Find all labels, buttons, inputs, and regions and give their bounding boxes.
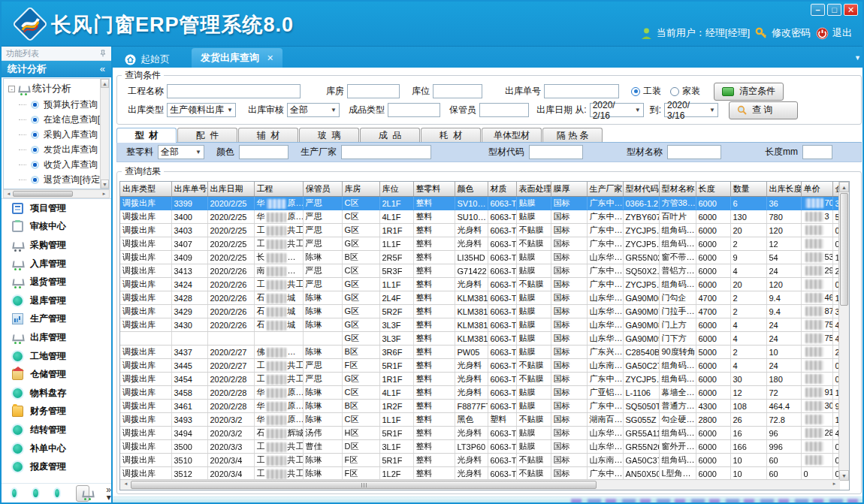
column-header[interactable]: 保管员 — [303, 182, 342, 197]
tree-hscrollbar[interactable]: ◄ ► — [3, 189, 110, 198]
material-tab[interactable]: 辅 材 — [238, 128, 298, 142]
overflow-chevron[interactable]: »▾ — [106, 486, 111, 501]
column-header[interactable]: 型材名称 — [659, 182, 696, 197]
collapse-icon[interactable]: « — [100, 61, 105, 77]
date-from-select[interactable]: 2020/ 2/16▼ — [590, 103, 644, 117]
scroll-down-icon[interactable]: ▼ — [101, 180, 109, 189]
column-header[interactable]: 出库日期 — [207, 182, 254, 197]
tab-shipment-query[interactable]: 发货出库查询 ✕ — [192, 48, 282, 68]
sidebar-module-退货管理[interactable]: 退货管理 — [2, 273, 111, 291]
scroll-right-icon[interactable]: ► — [830, 480, 838, 487]
column-header[interactable]: 材质 — [488, 182, 516, 197]
scroll-right-icon[interactable]: ► — [100, 190, 108, 198]
sidebar-module-补单中心[interactable]: 补单中心 — [2, 439, 111, 458]
name-input[interactable] — [667, 145, 721, 159]
tree-root[interactable]: - 统计分析 — [4, 79, 109, 97]
table-row[interactable]: 调拨出库34092020/2/25长…陈琳B区2R5F整料LI35HD6063-… — [120, 251, 846, 264]
table-row[interactable]: 调拨出库33992020/2/25华原…严思C区2L1F整料SV10…6063-… — [120, 197, 846, 210]
table-row[interactable]: 调拨出库34072020/2/25工共工程严思G区1L1F整料光身料6063-T… — [120, 237, 846, 251]
module-dot-icon[interactable] — [33, 489, 38, 497]
cart-shortcut-button[interactable] — [76, 485, 89, 502]
out-type-select[interactable]: 生产领料出库▼ — [167, 103, 236, 117]
scroll-down-icon[interactable]: ▼ — [839, 470, 849, 481]
clear-conditions-button[interactable]: 清空条件 — [714, 83, 784, 101]
sidebar-module-报废管理[interactable]: 报废管理 — [2, 457, 111, 476]
code-input[interactable] — [529, 145, 583, 159]
material-tab[interactable]: 配 件 — [177, 128, 237, 142]
grid-hscrollbar[interactable]: ◄ ► — [120, 479, 840, 490]
whole-select[interactable]: 全部▼ — [158, 145, 204, 159]
project-name-input[interactable] — [167, 84, 301, 98]
tree-expander-icon[interactable]: - — [8, 86, 15, 92]
tree-item[interactable]: 在途信息查询[待 — [19, 112, 109, 127]
tab-home[interactable]: 起始页 — [117, 50, 177, 68]
table-row[interactable]: 调拨出库34582020/2/28华原…陈琳C区4L1F整料光身料6063-T5… — [120, 386, 846, 400]
scroll-up-icon[interactable]: ▲ — [839, 182, 849, 192]
maximize-button[interactable]: □ — [827, 4, 841, 16]
table-row[interactable]: 调拨出库35002020/3/3工共工程曹佳D区3L1F整料LT3P606063… — [120, 440, 846, 454]
sidebar-module-项目管理[interactable]: 项目管理 — [2, 199, 111, 218]
column-header[interactable]: 出库类型 — [120, 182, 171, 197]
mfr-input[interactable] — [341, 145, 431, 159]
column-header[interactable]: 库位 — [379, 182, 413, 197]
scroll-thumb[interactable] — [840, 193, 848, 306]
column-header[interactable]: 膜厚 — [551, 182, 587, 197]
sidebar-module-工地管理[interactable]: 工地管理 — [2, 347, 111, 366]
sidebar-module-退库管理[interactable]: 退库管理 — [2, 291, 111, 310]
material-tab[interactable]: 玻 璃 — [299, 128, 359, 142]
table-row[interactable]: G区3L3F整料KLM38176063-T5贴膜国标山东华…GA90M09.门下… — [120, 332, 846, 346]
date-to-select[interactable]: 2020/ 3/16▼ — [664, 103, 718, 117]
search-button[interactable]: 查 询 — [729, 101, 798, 119]
radio-gongzhuang[interactable] — [631, 87, 640, 96]
keeper-input[interactable] — [479, 103, 529, 117]
column-header[interactable]: 工程 — [254, 182, 303, 197]
radio-jiazhuang[interactable] — [670, 87, 679, 96]
table-row[interactable]: 调拨出库34372020/2/27佛…陈琳B区3R6F整料PW056063-T5… — [120, 346, 846, 359]
sidebar-module-审核中心[interactable]: 审核中心 — [2, 218, 111, 237]
table-row[interactable]: 调拨出库35122020/3/4工共工程陈琳F区1L2F整料光身料6063-T5… — [120, 467, 846, 481]
table-row[interactable]: 调拨出库34032020/2/25工共工程严思G区1R1F整料光身料6063-T… — [120, 224, 846, 237]
table-row[interactable]: 调拨出库34282020/2/26石城陈琳G区2L4F整料KLM38176063… — [120, 291, 846, 305]
column-header[interactable]: 颜色 — [455, 182, 488, 197]
tree-item[interactable]: 采购入库查询 — [19, 127, 109, 142]
scroll-left-icon[interactable]: ◄ — [5, 190, 13, 198]
column-header[interactable]: 长度 — [696, 182, 730, 197]
table-row[interactable]: 调拨出库34302020/2/26石城陈琳G区3L3F整料KLM38176063… — [120, 318, 846, 332]
tree-item[interactable]: 收货入库查询 — [19, 157, 109, 172]
module-dot-icon[interactable] — [12, 489, 17, 497]
sidebar-module-物料盘存[interactable]: 物料盘存 — [2, 384, 111, 403]
table-row[interactable]: 调拨出库34132020/2/26南…严思C区5R3F整料G714226063-… — [120, 264, 846, 278]
table-row[interactable]: 调拨出库34542020/2/28工共工程严思G区1R1F整料光身料6063-T… — [120, 373, 846, 386]
sidebar-module-入库管理[interactable]: 入库管理 — [2, 255, 111, 273]
tree-item[interactable]: 发货出库查询 — [19, 142, 109, 157]
close-button[interactable]: ✕ — [844, 4, 858, 16]
length-input[interactable] — [802, 145, 832, 159]
material-tab[interactable]: 型 材 — [116, 128, 177, 143]
sidebar-module-结转管理[interactable]: 结转管理 — [2, 421, 111, 439]
tab-overflow-icon[interactable]: ▼ — [854, 54, 861, 62]
table-row[interactable]: 调拨出库35102020/3/4工共工程陈琳F区5R1F整料光身料6063-T5… — [120, 454, 846, 467]
column-header[interactable]: 出库单号 — [171, 182, 207, 197]
radio-gongzhuang-label[interactable]: 工装 — [643, 85, 661, 98]
sidebar-module-采购管理[interactable]: 采购管理 — [2, 236, 111, 255]
grid-vscrollbar[interactable]: ▲ ▼ — [838, 182, 849, 481]
table-row[interactable]: 调拨出库34942020/3/2石辉城汤伟H区5R1F整料光身料6063-T5贴… — [120, 427, 846, 440]
material-tab[interactable]: 成 品 — [360, 128, 420, 142]
module-dot-icon[interactable] — [55, 489, 59, 497]
scroll-up-icon[interactable]: ▲ — [101, 79, 109, 88]
warehouse-input[interactable] — [347, 84, 400, 98]
radio-jiazhuang-label[interactable]: 家装 — [682, 85, 700, 98]
column-header[interactable]: 表面处理 — [516, 182, 551, 197]
material-tab[interactable]: 单体型材 — [482, 128, 542, 142]
material-tab[interactable]: 耗 材 — [421, 128, 481, 142]
table-row[interactable]: 调拨出库34242020/2/26工共工程严思G区1L1F整料光身料6063-T… — [120, 278, 846, 291]
column-header[interactable]: 数量 — [730, 182, 766, 197]
tree-vscrollbar[interactable]: ▲ ▼ — [100, 79, 109, 189]
tree-item[interactable]: 退货查询[待定] — [19, 172, 109, 187]
table-row[interactable]: 调拨出库34002020/2/25华原…严思C区4L1F整料SU10…6063-… — [120, 210, 846, 224]
tab-close-icon[interactable]: ✕ — [267, 53, 273, 63]
table-row[interactable]: 调拨出库34612020/2/28华原…陈琳B区1R2F整料F8877FT606… — [120, 400, 846, 413]
column-header[interactable]: 单价 — [801, 182, 832, 197]
sidebar-module-仓储管理[interactable]: 仓储管理 — [2, 365, 111, 384]
scroll-left-icon[interactable]: ◄ — [122, 480, 130, 487]
